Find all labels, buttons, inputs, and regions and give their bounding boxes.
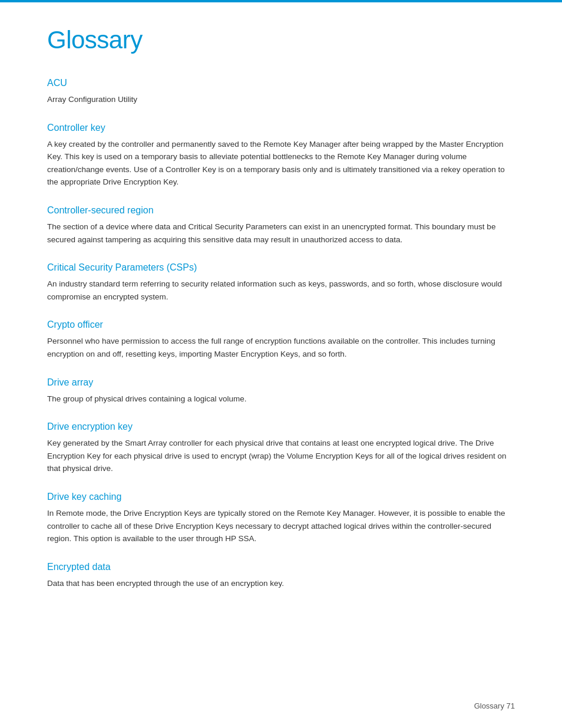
term-heading-drive-array: Drive array: [47, 377, 515, 388]
term-heading-drive-key-caching: Drive key caching: [47, 492, 515, 502]
term-definition-drive-key-caching: In Remote mode, the Drive Encryption Key…: [47, 507, 515, 545]
term-heading-acu: ACU: [47, 78, 515, 88]
content-area: Glossary ACUArray Configuration UtilityC…: [0, 2, 562, 641]
page-container: Glossary ACUArray Configuration UtilityC…: [0, 0, 562, 728]
term-definition-crypto-officer: Personnel who have permission to access …: [47, 335, 515, 360]
term-section-controller-secured-region: Controller-secured regionThe section of …: [47, 205, 515, 246]
term-definition-acu: Array Configuration Utility: [47, 93, 515, 106]
term-heading-encrypted-data: Encrypted data: [47, 562, 515, 572]
terms-container: ACUArray Configuration UtilityController…: [47, 78, 515, 589]
term-section-crypto-officer: Crypto officerPersonnel who have permiss…: [47, 319, 515, 360]
term-definition-drive-array: The group of physical drives containing …: [47, 393, 515, 406]
term-section-drive-array: Drive arrayThe group of physical drives …: [47, 377, 515, 406]
term-section-controller-key: Controller keyA key created by the contr…: [47, 123, 515, 189]
term-heading-drive-encryption-key: Drive encryption key: [47, 421, 515, 432]
term-section-drive-encryption-key: Drive encryption keyKey generated by the…: [47, 421, 515, 475]
term-section-acu: ACUArray Configuration Utility: [47, 78, 515, 106]
term-definition-controller-key: A key created by the controller and perm…: [47, 138, 515, 189]
term-section-drive-key-caching: Drive key cachingIn Remote mode, the Dri…: [47, 492, 515, 545]
term-heading-critical-security-parameters: Critical Security Parameters (CSPs): [47, 262, 515, 273]
page-title: Glossary: [47, 26, 515, 54]
term-heading-crypto-officer: Crypto officer: [47, 319, 515, 330]
term-definition-drive-encryption-key: Key generated by the Smart Array control…: [47, 437, 515, 475]
term-heading-controller-key: Controller key: [47, 123, 515, 133]
term-definition-controller-secured-region: The section of a device where data and C…: [47, 220, 515, 246]
term-section-encrypted-data: Encrypted dataData that has been encrypt…: [47, 562, 515, 590]
term-section-critical-security-parameters: Critical Security Parameters (CSPs)An in…: [47, 262, 515, 303]
page-footer: Glossary 71: [474, 701, 515, 710]
term-definition-encrypted-data: Data that has been encrypted through the…: [47, 577, 515, 590]
term-definition-critical-security-parameters: An industry standard term referring to s…: [47, 278, 515, 303]
term-heading-controller-secured-region: Controller-secured region: [47, 205, 515, 216]
